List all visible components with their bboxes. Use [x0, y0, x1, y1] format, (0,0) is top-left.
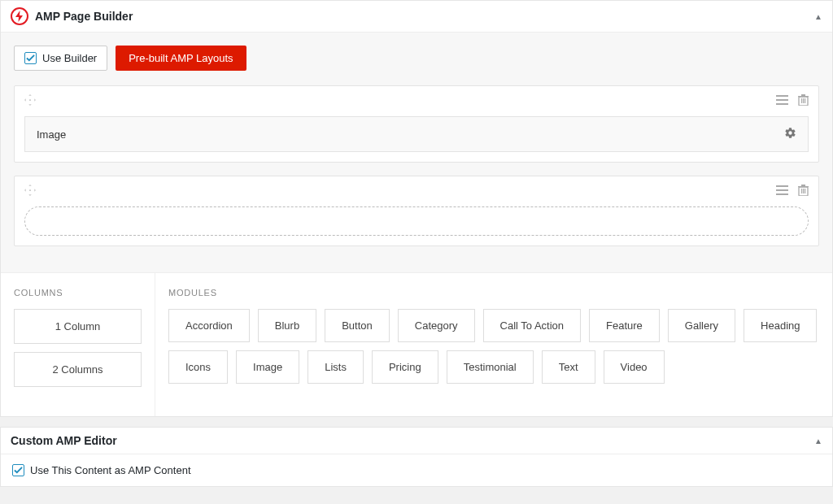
- svg-rect-6: [801, 98, 802, 103]
- module-feature[interactable]: Feature: [589, 309, 660, 342]
- use-builder-toggle[interactable]: Use Builder: [14, 46, 107, 71]
- svg-rect-16: [803, 189, 804, 193]
- svg-rect-0: [776, 95, 788, 97]
- svg-rect-4: [801, 94, 805, 96]
- panel-title: AMP Page Builder: [35, 10, 814, 23]
- panel-title: Custom AMP Editor: [11, 434, 814, 447]
- custom-amp-editor-panel: Custom AMP Editor ▲ Use This Content as …: [0, 427, 833, 487]
- amp-page-builder-panel: AMP Page Builder ▲ Use Builder Pre-built…: [0, 0, 833, 417]
- custom-amp-editor-header[interactable]: Custom AMP Editor ▲: [1, 428, 832, 454]
- trash-icon[interactable]: [798, 94, 809, 108]
- collapse-up-icon[interactable]: ▲: [814, 437, 822, 445]
- row-toolbar: [24, 185, 809, 198]
- row-actions: [776, 94, 809, 108]
- svg-rect-7: [803, 98, 804, 103]
- layout-picker: COLUMNS 1 Column 2 Columns MODULES Accor…: [1, 272, 832, 416]
- svg-rect-5: [798, 96, 809, 97]
- module-image[interactable]: Image: [236, 350, 299, 384]
- trash-icon[interactable]: [798, 185, 809, 198]
- svg-rect-11: [776, 193, 788, 195]
- module-accordion[interactable]: Accordion: [168, 309, 250, 342]
- prebuilt-layouts-button[interactable]: Pre-built AMP Layouts: [116, 46, 246, 71]
- module-blurb[interactable]: Blurb: [258, 309, 316, 342]
- module-label: Image: [37, 128, 66, 141]
- amp-page-builder-header[interactable]: AMP Page Builder ▲: [1, 1, 832, 33]
- module-drop-zone[interactable]: [24, 206, 809, 236]
- module-call-to-action[interactable]: Call To Action: [483, 309, 582, 342]
- svg-rect-13: [801, 185, 805, 186]
- svg-rect-14: [798, 186, 809, 187]
- gear-icon[interactable]: [784, 127, 796, 141]
- column-option-2[interactable]: 2 Columns: [14, 352, 142, 387]
- module-gallery[interactable]: Gallery: [668, 309, 735, 342]
- svg-rect-15: [801, 189, 802, 193]
- module-category[interactable]: Category: [398, 309, 475, 342]
- use-as-amp-content-label: Use This Content as AMP Content: [30, 464, 191, 476]
- columns-section: COLUMNS 1 Column 2 Columns: [1, 273, 155, 416]
- use-as-amp-content-toggle[interactable]: Use This Content as AMP Content: [1, 454, 203, 486]
- row-actions: [776, 185, 809, 198]
- builder-toolbar: Use Builder Pre-built AMP Layouts: [14, 46, 819, 71]
- column-option-1[interactable]: 1 Column: [14, 309, 142, 344]
- module-lists[interactable]: Lists: [307, 350, 364, 384]
- modules-grid: Accordion Blurb Button Category Call To …: [168, 309, 819, 384]
- svg-rect-9: [776, 185, 788, 187]
- collapse-up-icon[interactable]: ▲: [814, 12, 822, 21]
- modules-section: MODULES Accordion Blurb Button Category …: [155, 273, 832, 416]
- checkbox-checked-icon: [24, 52, 37, 64]
- menu-icon[interactable]: [776, 185, 788, 198]
- builder-row: Image: [14, 85, 819, 163]
- svg-rect-8: [805, 98, 805, 103]
- module-heading[interactable]: Heading: [744, 309, 817, 342]
- move-icon[interactable]: [24, 94, 36, 108]
- module-video[interactable]: Video: [604, 350, 665, 384]
- svg-rect-1: [776, 99, 788, 101]
- module-text[interactable]: Text: [542, 350, 595, 384]
- module-button[interactable]: Button: [325, 309, 390, 342]
- module-instance-image[interactable]: Image: [24, 116, 809, 152]
- module-icons[interactable]: Icons: [168, 350, 228, 384]
- svg-rect-10: [776, 189, 788, 191]
- module-testimonial[interactable]: Testimonial: [447, 350, 534, 384]
- builder-body: Use Builder Pre-built AMP Layouts: [1, 33, 832, 272]
- row-toolbar: [24, 94, 809, 108]
- checkbox-checked-icon: [12, 464, 24, 476]
- builder-row: [14, 176, 819, 246]
- move-icon[interactable]: [24, 185, 36, 198]
- menu-icon[interactable]: [776, 94, 788, 108]
- amp-logo-icon: [11, 7, 28, 25]
- use-builder-label: Use Builder: [42, 52, 97, 64]
- svg-rect-17: [805, 189, 805, 193]
- svg-rect-2: [776, 103, 788, 105]
- modules-heading: MODULES: [168, 288, 819, 298]
- columns-heading: COLUMNS: [14, 288, 142, 298]
- module-pricing[interactable]: Pricing: [372, 350, 438, 384]
